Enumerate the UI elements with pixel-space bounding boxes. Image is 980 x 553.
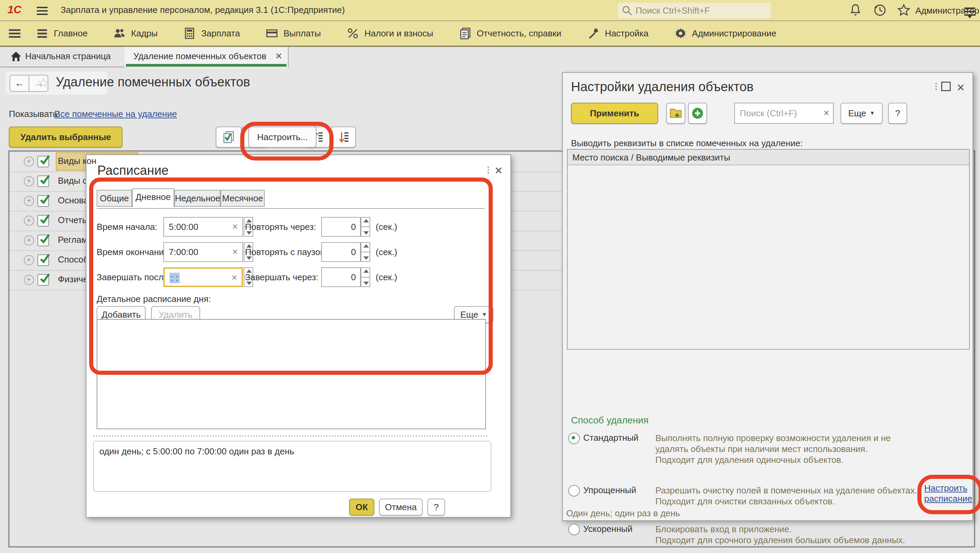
check-all-button[interactable] [216, 127, 242, 148]
radio-simplified[interactable] [568, 485, 580, 497]
panel-maximize-icon[interactable] [941, 82, 951, 91]
apply-button[interactable]: Применить [571, 103, 658, 124]
deletion-settings-panel: Настройки удаления объектов ⋮ ✕ Применит… [562, 72, 973, 521]
row-checkbox[interactable] [37, 215, 49, 227]
folder-plus-icon [669, 106, 682, 120]
user-menu-icon[interactable] [964, 5, 975, 15]
user-menu-caret [967, 15, 972, 18]
radio-accelerated[interactable] [568, 524, 580, 536]
gear-icon [675, 27, 687, 40]
panel-list-label: Выводить реквизиты в списке помеченных н… [571, 138, 803, 149]
menu-item-main[interactable]: Главное [23, 27, 100, 40]
menu-item-nastroika[interactable]: Настройка [574, 27, 662, 40]
plus-circle-icon [691, 106, 705, 120]
window-tabbar: Начальная страница Удаление помеченных о… [0, 47, 980, 67]
row-checkbox[interactable] [37, 195, 49, 207]
main-section-icon [36, 27, 48, 40]
schedule-summary-box: один день; с 5:00:00 по 7:00:00 один раз… [93, 441, 492, 492]
percent-icon [347, 27, 359, 40]
tab-close-icon[interactable]: ✕ [275, 51, 282, 62]
menu-item-kadry[interactable]: Кадры [100, 27, 170, 40]
back-button[interactable]: ← [10, 75, 29, 92]
card-icon [266, 27, 278, 40]
row-checkbox[interactable] [37, 254, 49, 266]
tab-home-label: Начальная страница [25, 51, 111, 62]
schedule-summary: Один день; один раз в день [566, 508, 680, 519]
dialog-separator [93, 435, 488, 437]
menu-item-vyplaty[interactable]: Выплаты [253, 27, 334, 40]
attributes-table[interactable]: Место поиска / Выводимые реквизиты [567, 149, 970, 350]
annotation-ring-configure [240, 122, 334, 160]
dialog-title: Расписание [97, 163, 169, 178]
global-search-placeholder: Поиск Ctrl+Shift+F [636, 5, 710, 16]
annotation-ring-schedule-link [917, 475, 980, 514]
check-all-icon [221, 130, 236, 145]
people-icon [113, 27, 126, 40]
panel-search-clear-icon[interactable]: ✕ [824, 109, 830, 118]
save-settings-button[interactable] [666, 103, 685, 124]
expand-icon[interactable]: + [24, 156, 34, 167]
history-icon[interactable] [873, 3, 887, 17]
menu-item-nalogi[interactable]: Налоги и взносы [334, 27, 446, 40]
radio-standard[interactable] [568, 432, 580, 444]
method-section-header: Способ удаления [571, 415, 649, 426]
tab-delete-objects[interactable]: Удаление помеченных объектов ✕ [124, 47, 288, 67]
expand-icon[interactable]: + [24, 196, 34, 206]
move-down-button[interactable] [330, 127, 356, 148]
dialog-close-icon[interactable]: ✕ [495, 165, 503, 176]
favorites-star-icon[interactable] [897, 3, 911, 17]
home-icon [10, 51, 22, 62]
panel-more-dots-icon[interactable]: ⋮ [932, 81, 934, 92]
wrench-icon [587, 27, 600, 40]
panel-help-button[interactable]: ? [888, 103, 907, 124]
delete-selected-button[interactable]: Удалить выбранные [9, 127, 123, 148]
row-checkbox[interactable] [37, 175, 49, 187]
page-title: Удаление помеченных объектов [56, 75, 250, 89]
move-down-icon [336, 130, 350, 145]
expand-icon[interactable]: + [24, 235, 34, 246]
window-titlebar: 1С Зарплата и управление персоналом, ред… [0, 0, 980, 21]
show-label: Показывать: [9, 109, 60, 119]
favorite-star-icon[interactable]: ☆ [37, 75, 50, 91]
row-checkbox[interactable] [37, 274, 49, 286]
1c-logo: 1С [8, 3, 21, 16]
calculator-icon [183, 27, 196, 40]
panel-title: Настройки удаления объектов [571, 79, 753, 94]
expand-icon[interactable]: + [24, 216, 34, 226]
attributes-table-header-label: Место поиска / Выводимые реквизиты [572, 153, 730, 163]
tab-active-label: Удаление помеченных объектов [134, 51, 266, 62]
menu-item-zarplata[interactable]: Зарплата [170, 27, 253, 40]
sections-menubar: Главное Кадры Зарплата Выплаты Налоги и … [0, 21, 980, 47]
sections-menu-icon[interactable] [9, 27, 21, 40]
main-menu-icon[interactable] [37, 5, 48, 14]
show-filter-link[interactable]: Все помеченные на удаление [54, 109, 177, 119]
dialog-help-button[interactable]: ? [427, 499, 445, 516]
dialog-schedule-summary: один день; с 5:00:00 по 7:00:00 один раз… [99, 446, 294, 457]
annotation-ring-dialog [89, 178, 493, 375]
expand-icon[interactable]: + [24, 176, 34, 186]
attributes-table-header: Место поиска / Выводимые реквизиты [568, 149, 969, 165]
row-checkbox[interactable] [37, 156, 49, 167]
notifications-bell-icon[interactable] [849, 3, 862, 17]
panel-search-input[interactable]: Поиск (Ctrl+F) ✕ [734, 103, 834, 124]
cancel-button[interactable]: Отмена [379, 499, 423, 516]
radio-standard-dot [572, 436, 575, 439]
window-title: Зарплата и управление персоналом, редакц… [60, 5, 345, 15]
dialog-more-dots-icon[interactable]: ⋮ [484, 165, 487, 175]
ok-button[interactable]: ОК [349, 499, 374, 516]
expand-icon[interactable]: + [24, 255, 34, 265]
search-icon [622, 5, 632, 16]
report-doc-icon [459, 27, 471, 40]
tab-home[interactable]: Начальная страница [0, 47, 125, 67]
row-checkbox[interactable] [37, 235, 49, 246]
panel-close-icon[interactable]: ✕ [956, 82, 965, 94]
panel-search-placeholder: Поиск (Ctrl+F) [740, 108, 797, 119]
tab-active-indicator [126, 64, 286, 67]
menu-item-otchetnost[interactable]: Отчетность, справки [446, 27, 574, 40]
menu-item-administrirovanie[interactable]: Администрирование [662, 27, 789, 40]
panel-more-button[interactable]: Еще▼ [840, 103, 883, 124]
add-button[interactable] [688, 103, 707, 124]
expand-icon[interactable]: + [24, 275, 34, 285]
global-search-input[interactable]: Поиск Ctrl+Shift+F [618, 3, 771, 18]
app-root: 1С Зарплата и управление персоналом, ред… [0, 0, 980, 553]
